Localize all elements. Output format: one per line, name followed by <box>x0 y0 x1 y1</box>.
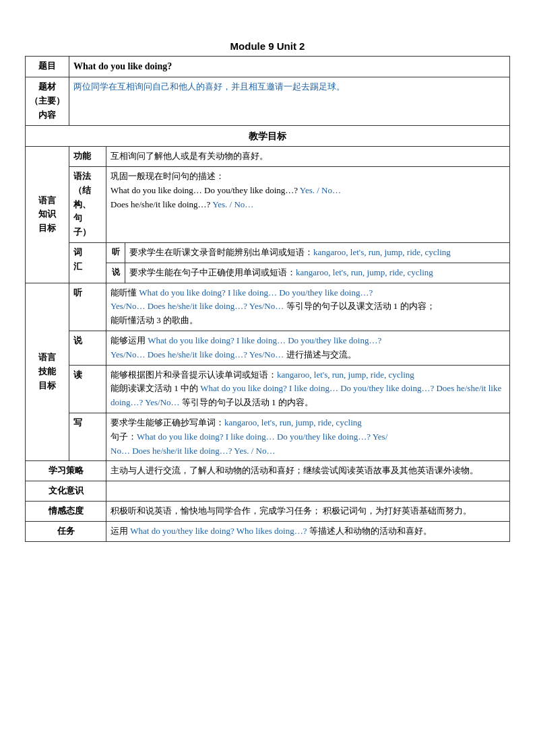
language-skills-label: 语言技能目标 <box>26 283 69 461</box>
table-row-skill-write: 写 要求学生能够正确抄写单词：kangaroo, let's, run, jum… <box>26 413 510 460</box>
skill-write-value: 要求学生能够正确抄写单词：kangaroo, let's, run, jump,… <box>106 413 510 460</box>
table-row-learning-strategy: 学习策略 主动与人进行交流，了解人和动物的活动和喜好；继续尝试阅读英语故事及其他… <box>26 461 510 481</box>
skill-speak-value: 能够运用 What do you like doing? I like doin… <box>106 331 510 365</box>
vocab-listen-value: 要求学生在听课文录音时能辨别出单词或短语：kangaroo, let's, ru… <box>125 242 510 263</box>
emotional-attitude-label: 情感态度 <box>26 502 106 522</box>
table-row-grammar: 语法（结构、句子） 巩固一般现在时问句的描述： What do you like… <box>26 166 510 242</box>
module-title: Module 9 Unit 2 <box>25 40 510 52</box>
table-row-task: 任务 运用 What do you/they like doing? Who l… <box>26 521 510 541</box>
skill-listen-value: 能听懂 What do you like doing? I like doing… <box>106 283 510 331</box>
skill-write-label: 写 <box>69 413 106 460</box>
skill-speak-label: 说 <box>69 331 106 365</box>
main-table: 题目 What do you like doing? 题材（主要）内容 两位同学… <box>25 56 510 542</box>
learning-strategy-value: 主动与人进行交流，了解人和动物的活动和喜好；继续尝试阅读英语故事及其他英语课外读… <box>106 461 510 481</box>
table-row-vocab-listen: 词汇 听 要求学生在听课文录音时能辨别出单词或短语：kangaroo, let'… <box>26 242 510 263</box>
table-row-skill-listen: 语言技能目标 听 能听懂 What do you like doing? I l… <box>26 283 510 331</box>
table-row-function: 语言知识目标 功能 互相询问了解他人或是有关动物的喜好。 <box>26 147 510 167</box>
page: Module 9 Unit 2 题目 What do you like doin… <box>25 40 510 542</box>
vocab-speak-value: 要求学生能在句子中正确使用单词或短语：kangaroo, let's, run,… <box>125 263 510 283</box>
skill-read-label: 读 <box>69 365 106 413</box>
table-row-skill-read: 读 能够根据图片和录音提示认读单词或短语：kangaroo, let's, ru… <box>26 365 510 413</box>
vocab-listen-label: 听 <box>106 242 125 263</box>
table-row-subject: 题材（主要）内容 两位同学在互相询问自己和他人的喜好，并且相互邀请一起去踢足球。 <box>26 77 510 125</box>
topic-value: What do you like doing? <box>69 57 510 77</box>
table-row-emotional: 情感态度 积极听和说英语，愉快地与同学合作，完成学习任务； 积极记词句，为打好英… <box>26 502 510 522</box>
table-row-goals-header: 教学目标 <box>26 125 510 146</box>
table-row-cultural: 文化意识 <box>26 481 510 502</box>
skill-listen-label: 听 <box>69 283 106 331</box>
skill-read-value: 能够根据图片和录音提示认读单词或短语：kangaroo, let's, run,… <box>106 365 510 413</box>
grammar-label: 语法（结构、句子） <box>69 166 106 242</box>
function-value: 互相询问了解他人或是有关动物的喜好。 <box>106 147 510 167</box>
function-label: 功能 <box>69 147 106 167</box>
learning-strategy-label: 学习策略 <box>26 461 106 481</box>
subject-label: 题材（主要）内容 <box>26 77 69 125</box>
goals-header: 教学目标 <box>26 125 510 146</box>
grammar-value: 巩固一般现在时问句的描述： What do you like doing… Do… <box>106 166 510 242</box>
table-row-topic: 题目 What do you like doing? <box>26 57 510 77</box>
table-row-skill-speak: 说 能够运用 What do you like doing? I like do… <box>26 331 510 365</box>
cultural-awareness-value <box>106 481 510 502</box>
emotional-attitude-value: 积极听和说英语，愉快地与同学合作，完成学习任务； 积极记词句，为打好英语基础而努… <box>106 502 510 522</box>
subject-value: 两位同学在互相询问自己和他人的喜好，并且相互邀请一起去踢足球。 <box>69 77 510 125</box>
task-label: 任务 <box>26 521 106 541</box>
task-value: 运用 What do you/they like doing? Who like… <box>106 521 510 541</box>
topic-label: 题目 <box>26 57 69 77</box>
language-knowledge-label: 语言知识目标 <box>26 147 69 283</box>
cultural-awareness-label: 文化意识 <box>26 481 106 502</box>
vocab-label: 词汇 <box>69 242 106 283</box>
vocab-speak-label: 说 <box>106 263 125 283</box>
